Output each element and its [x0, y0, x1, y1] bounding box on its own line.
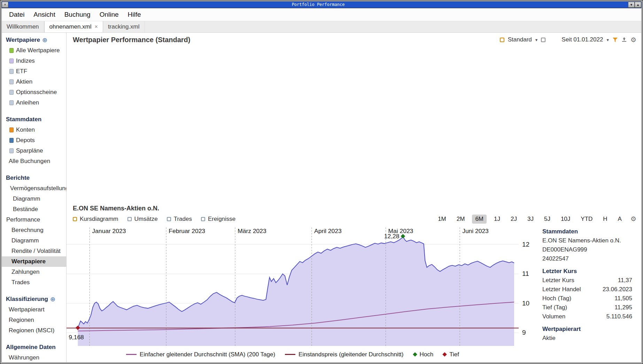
menu-datei[interactable]: Datei	[5, 9, 29, 20]
legend-diamond-sample	[442, 352, 447, 357]
item-label: Performance	[6, 216, 40, 223]
range-6m[interactable]: 6M	[472, 215, 487, 224]
chevron-down-icon[interactable]: ▾	[606, 37, 609, 42]
chart-svg[interactable]: Januar 2023Februar 2023März 2023April 20…	[67, 225, 519, 347]
svg-text:Januar 2023: Januar 2023	[92, 227, 126, 234]
sidebar-item-aktien[interactable]: Aktien	[2, 77, 66, 87]
menu-online[interactable]: Online	[95, 9, 123, 20]
range-10j[interactable]: 10J	[558, 215, 573, 224]
range-1j[interactable]: 1J	[491, 215, 503, 224]
menu-ansicht[interactable]: Ansicht	[29, 9, 60, 20]
tab-tracking-xml[interactable]: tracking.xml	[103, 21, 145, 32]
legend-label: Tief	[449, 351, 459, 358]
range-2j[interactable]: 2J	[508, 215, 520, 224]
sidebar-item-performance[interactable]: Performance	[2, 215, 66, 225]
period-selector[interactable]: Seit 01.01.2022	[561, 36, 603, 43]
sidebar-item-wertpapiere[interactable]: Wertpapiere	[2, 256, 66, 267]
toggle-ereignisse[interactable]: Ereignisse	[201, 216, 235, 223]
sidebar-item-zahlungen[interactable]: Zahlungen	[2, 267, 66, 277]
tab-ohnenamen-xml[interactable]: ohnenamen.xml×	[44, 21, 103, 32]
legend-item-tief: Tief	[443, 351, 459, 358]
sidebar-item-alle-buchungen[interactable]: Alle Buchungen	[2, 156, 66, 166]
menu-hilfe[interactable]: Hilfe	[123, 9, 146, 20]
range-h[interactable]: H	[600, 215, 610, 224]
sidebar-item-bestande[interactable]: Bestände	[2, 204, 66, 215]
gear-icon[interactable]: ⚙	[630, 37, 636, 43]
legend-label: Einstandspreis (gleitender Durchschnitt)	[299, 351, 403, 358]
item-label: Zahlungen	[11, 269, 39, 276]
sidebar-item-diagramm[interactable]: Diagramm	[2, 194, 66, 204]
window-close-button[interactable]: ×	[2, 2, 8, 8]
svg-text:12,28: 12,28	[384, 233, 400, 240]
section-label: Wertpapiere	[6, 37, 40, 44]
sidebar-item-sparplane[interactable]: Sparpläne	[2, 146, 66, 156]
toggle-label: Trades	[174, 216, 192, 223]
window-minimize-button[interactable]: ▾	[628, 2, 635, 8]
sidebar-section-berichte: Berichte	[2, 173, 66, 183]
sidebar-item-berechnung[interactable]: Berechnung	[2, 225, 66, 235]
sidebar-section-wertpapiere: Wertpapiere⊕	[2, 35, 66, 45]
toggle-umsatze[interactable]: Umsätze	[127, 216, 158, 223]
security-file-icon	[9, 79, 14, 84]
export-icon[interactable]	[621, 37, 627, 42]
chart-series-toggles: KursdiagrammUmsätzeTradesEreignisse	[73, 216, 245, 223]
item-label: Rendite / Volatilität	[11, 248, 61, 255]
toggle-trades[interactable]: Trades	[167, 216, 192, 223]
sidebar-item-anleihen[interactable]: Anleihen	[2, 98, 66, 108]
sidebar-item-vermogensaufstellung[interactable]: Vermögensaufstellung	[2, 183, 66, 194]
price-chart[interactable]: Januar 2023Februar 2023März 2023April 20…	[67, 225, 519, 347]
svg-text:9,168: 9,168	[69, 334, 84, 341]
y-axis-label: 11	[522, 270, 529, 278]
securities-table[interactable]	[67, 47, 641, 202]
body-row: Wertpapiere⊕Alle WertpapiereIndizesETFAk…	[2, 33, 641, 362]
tab-willkommen[interactable]: Willkommen	[2, 21, 44, 32]
range-5j[interactable]: 5J	[541, 215, 553, 224]
sidebar-item-diagramm[interactable]: Diagramm	[2, 235, 66, 246]
window-maximize-button[interactable]: ▴	[635, 2, 641, 8]
filter-icon[interactable]	[612, 37, 618, 42]
info-key: Hoch (Tag)	[542, 294, 571, 303]
chart-legend: Einfacher gleitender Durchschnitt (SMA) …	[67, 347, 519, 362]
sidebar-section-stammdaten: Stammdaten	[2, 114, 66, 125]
range-3j[interactable]: 3J	[524, 215, 537, 224]
svg-text:April 2023: April 2023	[314, 227, 342, 234]
range-1m[interactable]: 1M	[435, 215, 449, 224]
menu-buchung[interactable]: Buchung	[60, 9, 95, 20]
page-title: Wertpapier Performance (Standard)	[73, 36, 191, 44]
sidebar-item-indizes[interactable]: Indizes	[2, 56, 66, 66]
checkbox-icon	[127, 217, 132, 221]
info-line: 24022547	[542, 254, 632, 263]
sidebar-item-depots[interactable]: Depots	[2, 135, 66, 146]
layout-icon[interactable]	[541, 38, 545, 42]
info-value: 5.110.546	[606, 312, 632, 321]
info-row: Hoch (Tag)11,505	[542, 294, 632, 303]
security-file-icon	[9, 69, 14, 74]
tab-close-icon[interactable]: ×	[95, 24, 98, 30]
chart-settings-gear-icon[interactable]: ⚙	[630, 216, 636, 222]
sidebar-item-regionen[interactable]: Regionen	[2, 315, 66, 325]
view-selector[interactable]: Standard	[508, 36, 532, 43]
sidebar-item-wertpapierart[interactable]: Wertpapierart	[2, 304, 66, 315]
sidebar-item-wahrungen[interactable]: Währungen	[2, 353, 66, 362]
legend-item-hoch: Hoch	[413, 351, 434, 358]
range-ytd[interactable]: YTD	[578, 215, 596, 224]
sidebar-item-rendite-volatilitat[interactable]: Rendite / Volatilität	[2, 246, 66, 256]
sidebar-item-etf[interactable]: ETF	[2, 66, 66, 77]
toggle-kursdiagramm[interactable]: Kursdiagramm	[73, 216, 118, 223]
sidebar-item-optionsscheine[interactable]: Optionsscheine	[2, 87, 66, 98]
item-label: Konten	[16, 126, 35, 133]
sidebar-item-konten[interactable]: Konten	[2, 125, 66, 135]
sidebar-section-klassifizierung: Klassifizierung⊕	[2, 294, 66, 304]
sidebar-item-trades[interactable]: Trades	[2, 277, 66, 288]
add-icon[interactable]: ⊕	[50, 295, 55, 303]
range-a[interactable]: A	[615, 215, 625, 224]
chevron-down-icon[interactable]: ▾	[535, 37, 538, 42]
range-2m[interactable]: 2M	[454, 215, 468, 224]
info-line: Aktie	[542, 334, 632, 343]
sidebar-item-alle-wertpapiere[interactable]: Alle Wertpapiere	[2, 45, 66, 56]
sidebar-item-regionen-msci[interactable]: Regionen (MSCI)	[2, 325, 66, 336]
item-label: Alle Wertpapiere	[16, 47, 60, 54]
info-key: Tief (Tag)	[542, 303, 567, 312]
legend-label: Einfacher gleitender Durchschnitt (SMA) …	[140, 351, 275, 358]
add-icon[interactable]: ⊕	[42, 36, 47, 44]
